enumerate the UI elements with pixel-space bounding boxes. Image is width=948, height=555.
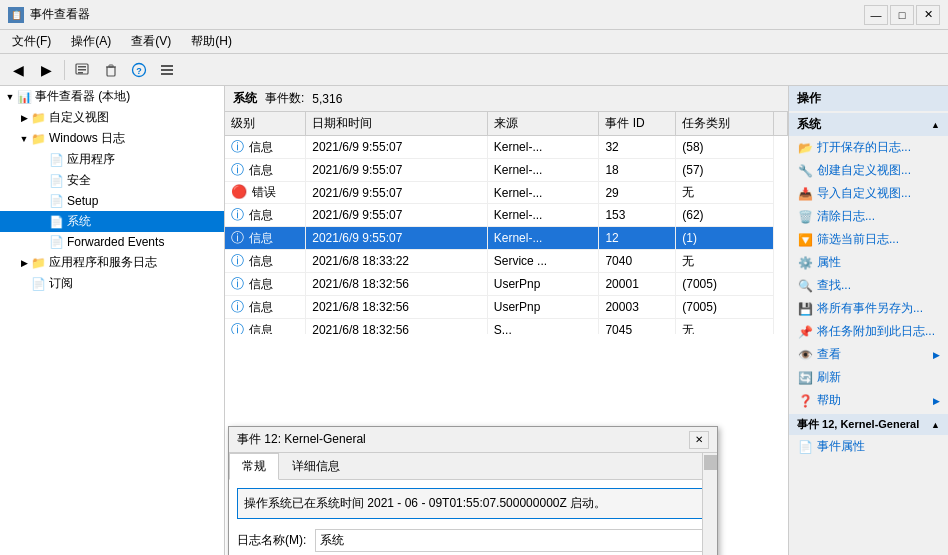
table-row[interactable]: ⓘ 信息 2021/6/8 18:32:56 S... 7045 无 — [225, 319, 788, 334]
table-row[interactable]: ⓘ 信息 2021/6/8 18:33:22 Service ... 7040 … — [225, 250, 788, 273]
action-label: 打开保存的日志... — [817, 139, 911, 156]
table-row[interactable]: ⓘ 信息 2021/6/9 9:55:07 Kernel-... 153 (62… — [225, 204, 788, 227]
tree-item-root[interactable]: ▼ 📊 事件查看器 (本地) — [0, 86, 224, 107]
label-subscriptions: 订阅 — [49, 275, 73, 292]
col-source[interactable]: 来源 — [487, 112, 599, 136]
section-event-collapse[interactable]: ▲ — [931, 420, 940, 430]
tree-item-app-service[interactable]: ▶ 📁 应用程序和服务日志 — [0, 252, 224, 273]
col-event-id[interactable]: 事件 ID — [599, 112, 676, 136]
tree-item-forwarded[interactable]: ▶ 📄 Forwarded Events — [0, 232, 224, 252]
table-row[interactable]: ⓘ 信息 2021/6/8 18:32:56 UserPnp 20001 (70… — [225, 273, 788, 296]
toggle-windows-log[interactable]: ▼ — [18, 134, 30, 144]
tree-item-subscriptions[interactable]: ▶ 📄 订阅 — [0, 273, 224, 294]
level-icon: 🔴 — [231, 184, 247, 199]
label-windows-log: Windows 日志 — [49, 130, 125, 147]
label-root: 事件查看器 (本地) — [35, 88, 130, 105]
action-clear-log[interactable]: 🗑️ 清除日志... — [789, 205, 948, 228]
action-label-event-1: 事件属性 — [817, 438, 865, 455]
action-find[interactable]: 🔍 查找... — [789, 274, 948, 297]
table-row[interactable]: ⓘ 信息 2021/6/8 18:32:56 UserPnp 20003 (70… — [225, 296, 788, 319]
cell-level: ⓘ 信息 — [225, 227, 306, 250]
col-sort-indicator — [774, 112, 788, 136]
toggle-root[interactable]: ▼ — [4, 92, 16, 102]
tab-general[interactable]: 常规 — [229, 453, 279, 480]
menu-action[interactable]: 操作(A) — [63, 31, 119, 52]
section-event-title[interactable]: 事件 12, Kernel-General ▲ — [789, 414, 948, 435]
view-icon — [159, 62, 175, 78]
section-system-title[interactable]: 系统 ▲ — [789, 113, 948, 136]
action-attach-task[interactable]: 📌 将任务附加到此日志... — [789, 320, 948, 343]
action-help[interactable]: ❓ 帮助 ▶ — [789, 389, 948, 412]
icon-forwarded: 📄 — [48, 234, 64, 250]
table-row[interactable]: ⓘ 信息 2021/6/9 9:55:07 Kernel-... 12 (1) — [225, 227, 788, 250]
cell-task: (7005) — [676, 273, 774, 296]
back-button[interactable]: ◀ — [6, 58, 30, 82]
log-name: 系统 — [233, 90, 257, 107]
event-table-container[interactable]: 级别 日期和时间 来源 事件 ID 任务类别 ⓘ 信息 2021/6/9 9:5… — [225, 112, 788, 334]
svg-rect-3 — [78, 72, 83, 74]
minimize-button[interactable]: — — [864, 5, 888, 25]
toggle-custom[interactable]: ▶ — [18, 113, 30, 123]
detail-dialog: 事件 12: Kernel-General ✕ 常规 详细信息 操作系统已在系统… — [228, 426, 718, 555]
open-log-button[interactable] — [71, 58, 95, 82]
cell-event-id: 20001 — [599, 273, 676, 296]
menu-view[interactable]: 查看(V) — [123, 31, 179, 52]
action-event-properties[interactable]: 📄 事件属性 — [789, 435, 948, 458]
level-text: 信息 — [249, 140, 273, 154]
action-label-11: 刷新 — [817, 369, 841, 386]
cell-task: (7005) — [676, 296, 774, 319]
dialog-close-button[interactable]: ✕ — [689, 431, 709, 449]
dialog-content: 操作系统已在系统时间 2021 - 06 - 09T01:55:07.50000… — [229, 480, 717, 555]
tree-item-app[interactable]: ▶ 📄 应用程序 — [0, 149, 224, 170]
level-icon: ⓘ — [231, 207, 244, 222]
icon-app-service: 📁 — [30, 255, 46, 271]
level-icon: ⓘ — [231, 322, 244, 334]
toggle-app-service[interactable]: ▶ — [18, 258, 30, 268]
cell-datetime: 2021/6/9 9:55:07 — [306, 159, 488, 182]
forward-button[interactable]: ▶ — [34, 58, 58, 82]
action-view[interactable]: 👁️ 查看 ▶ — [789, 343, 948, 366]
action-refresh[interactable]: 🔄 刷新 — [789, 366, 948, 389]
view-button[interactable] — [155, 58, 179, 82]
svg-text:?: ? — [136, 66, 142, 76]
action-properties[interactable]: ⚙️ 属性 — [789, 251, 948, 274]
maximize-button[interactable]: □ — [890, 5, 914, 25]
col-datetime[interactable]: 日期和时间 — [306, 112, 488, 136]
level-text: 信息 — [249, 254, 273, 268]
detail-text: 操作系统已在系统时间 2021 - 06 - 09T01:55:07.50000… — [244, 496, 606, 510]
event-count: 5,316 — [312, 92, 342, 106]
section-system-collapse[interactable]: ▲ — [931, 120, 940, 130]
close-button[interactable]: ✕ — [916, 5, 940, 25]
menu-file[interactable]: 文件(F) — [4, 31, 59, 52]
tree-item-system[interactable]: ▶ 📄 系统 — [0, 211, 224, 232]
cell-source: Kernel-... — [487, 159, 599, 182]
help-button[interactable]: ? — [127, 58, 151, 82]
svg-rect-4 — [107, 67, 115, 76]
tab-detail[interactable]: 详细信息 — [279, 453, 353, 480]
level-icon: ⓘ — [231, 162, 244, 177]
action-import-custom-view[interactable]: 📥 导入自定义视图... — [789, 182, 948, 205]
svg-rect-1 — [78, 66, 86, 68]
table-row[interactable]: ⓘ 信息 2021/6/9 9:55:07 Kernel-... 18 (57) — [225, 159, 788, 182]
action-save-all[interactable]: 💾 将所有事件另存为... — [789, 297, 948, 320]
table-row[interactable]: ⓘ 信息 2021/6/9 9:55:07 Kernel-... 32 (58) — [225, 136, 788, 159]
action-filter-log[interactable]: 🔽 筛选当前日志... — [789, 228, 948, 251]
dialog-scrollbar[interactable] — [702, 453, 717, 555]
tree-item-windows-log[interactable]: ▼ 📁 Windows 日志 — [0, 128, 224, 149]
menu-help[interactable]: 帮助(H) — [183, 31, 240, 52]
event-table: 级别 日期和时间 来源 事件 ID 任务类别 ⓘ 信息 2021/6/9 9:5… — [225, 112, 788, 334]
action-open-saved-log[interactable]: 📂 打开保存的日志... — [789, 136, 948, 159]
cell-level: ⓘ 信息 — [225, 136, 306, 159]
tree-item-security[interactable]: ▶ 📄 安全 — [0, 170, 224, 191]
cell-level: ⓘ 信息 — [225, 204, 306, 227]
level-text: 信息 — [249, 208, 273, 222]
scrollbar-thumb-top — [704, 455, 717, 470]
action-create-custom-view[interactable]: 🔧 创建自定义视图... — [789, 159, 948, 182]
col-task[interactable]: 任务类别 — [676, 112, 774, 136]
col-level[interactable]: 级别 — [225, 112, 306, 136]
trash-button[interactable] — [99, 58, 123, 82]
tree-item-setup[interactable]: ▶ 📄 Setup — [0, 191, 224, 211]
table-row[interactable]: 🔴 错误 2021/6/9 9:55:07 Kernel-... 29 无 — [225, 182, 788, 204]
tree-item-custom[interactable]: ▶ 📁 自定义视图 — [0, 107, 224, 128]
label-setup: Setup — [67, 194, 98, 208]
